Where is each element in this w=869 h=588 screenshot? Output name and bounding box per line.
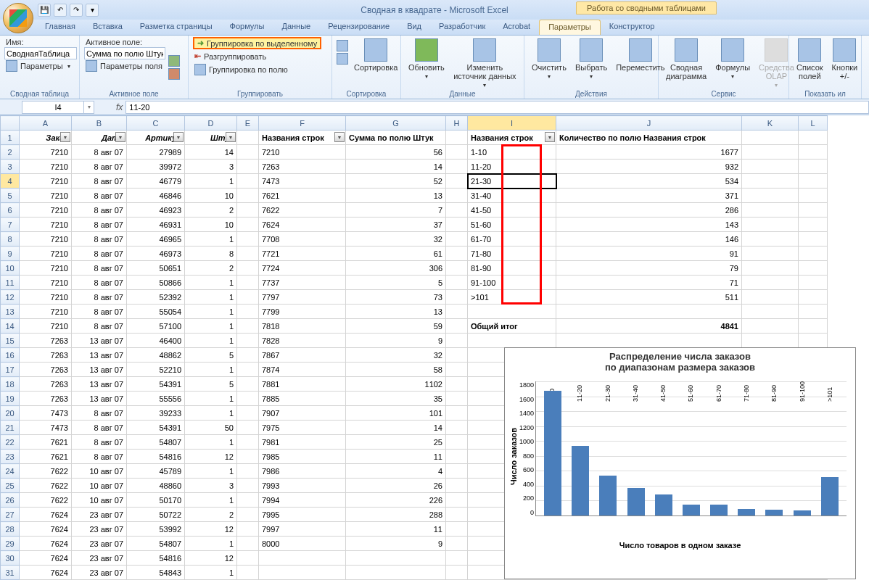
cell-C4[interactable]: 46779: [127, 174, 185, 189]
cell-F27[interactable]: 7995: [259, 508, 346, 522]
cell-C19[interactable]: 55556: [127, 392, 185, 406]
field-settings-button[interactable]: Параметры поля: [84, 59, 165, 73]
cell-A27[interactable]: 7624: [20, 508, 72, 522]
cell-A15[interactable]: 7263: [20, 334, 72, 348]
cell-F29[interactable]: 8000: [259, 537, 346, 551]
col-header-C[interactable]: C: [127, 116, 185, 131]
cell-F24[interactable]: 7986: [259, 464, 346, 479]
change-data-source-button[interactable]: Изменить источник данных▾: [450, 37, 519, 97]
cell-A4[interactable]: 7210: [20, 174, 72, 189]
cell-B28[interactable]: 23 авг 07: [72, 522, 127, 537]
cell-G27[interactable]: 288: [346, 508, 446, 522]
cell-G30[interactable]: [346, 551, 446, 566]
row-header-12[interactable]: 12: [1, 290, 20, 305]
cell-F7[interactable]: 7624: [259, 218, 346, 232]
cell-C25[interactable]: 48860: [127, 479, 185, 493]
col-header-L[interactable]: L: [799, 116, 828, 131]
cell-C11[interactable]: 50866: [127, 276, 185, 290]
tab-developer[interactable]: Разработчик: [430, 20, 494, 35]
cell-G11[interactable]: 5: [346, 276, 446, 290]
cell-B29[interactable]: 23 авг 07: [72, 537, 127, 551]
cell-C24[interactable]: 45789: [127, 464, 185, 479]
cell-C7[interactable]: 46931: [127, 218, 185, 232]
tab-review[interactable]: Рецензирование: [319, 20, 398, 35]
row-header-20[interactable]: 20: [1, 406, 20, 421]
cell-F28[interactable]: 7997: [259, 522, 346, 537]
pivot-options-button[interactable]: Параметры▾: [4, 59, 77, 73]
cell-B1[interactable]: Дата▼: [72, 131, 127, 145]
row-header-24[interactable]: 24: [1, 464, 20, 479]
cell-D4[interactable]: 1: [185, 174, 237, 189]
cell-G19[interactable]: 35: [346, 392, 446, 406]
row-header-15[interactable]: 15: [1, 334, 20, 348]
cell-C6[interactable]: 46923: [127, 203, 185, 218]
cell-C2[interactable]: 27989: [127, 145, 185, 160]
cell-G16[interactable]: 32: [346, 348, 446, 363]
row-header-25[interactable]: 25: [1, 479, 20, 493]
cell-A19[interactable]: 7263: [20, 392, 72, 406]
cell-F5[interactable]: 7621: [259, 189, 346, 203]
cell-D17[interactable]: 1: [185, 363, 237, 377]
cell-G31[interactable]: [346, 566, 446, 580]
col-header-A[interactable]: A: [20, 116, 72, 131]
cell-C30[interactable]: 54816: [127, 551, 185, 566]
cell-A7[interactable]: 7210: [20, 218, 72, 232]
save-icon[interactable]: 💾: [38, 4, 51, 17]
office-button[interactable]: [3, 3, 33, 33]
sort-desc-icon[interactable]: [337, 53, 348, 65]
col-header-I[interactable]: I: [468, 116, 556, 131]
cell-G17[interactable]: 58: [346, 363, 446, 377]
filter-dropdown-icon[interactable]: ▼: [115, 132, 125, 142]
row-header-13[interactable]: 13: [1, 305, 20, 319]
pivot2-total-label[interactable]: Общий итог: [468, 319, 556, 334]
cell-D29[interactable]: 1: [185, 537, 237, 551]
tab-home[interactable]: Главная: [36, 20, 84, 35]
cell-D12[interactable]: 1: [185, 290, 237, 305]
cell-B13[interactable]: 8 авг 07: [72, 305, 127, 319]
filter-dropdown-icon[interactable]: ▼: [173, 132, 184, 142]
group-field-button[interactable]: Группировка по полю: [193, 63, 321, 76]
cell-G5[interactable]: 13: [346, 189, 446, 203]
cell-F15[interactable]: 7828: [259, 334, 346, 348]
redo-icon[interactable]: ↷: [70, 4, 83, 17]
pivot2-val-label[interactable]: Количество по полю Названия строк: [556, 131, 742, 145]
cell-B14[interactable]: 8 авг 07: [72, 319, 127, 334]
tab-view[interactable]: Вид: [398, 20, 430, 35]
cell-F13[interactable]: 7799: [259, 305, 346, 319]
formula-bar[interactable]: 11-20: [125, 101, 869, 114]
pivot-chart-button[interactable]: Сводная диаграмма: [663, 37, 709, 97]
cell-A1[interactable]: Заказ▼: [20, 131, 72, 145]
col-header-E[interactable]: E: [237, 116, 259, 131]
plus-minus-buttons[interactable]: Кнопки +/-: [829, 37, 861, 97]
cell-A18[interactable]: 7263: [20, 377, 72, 392]
cell-A25[interactable]: 7622: [20, 479, 72, 493]
cell-G22[interactable]: 25: [346, 435, 446, 450]
name-box[interactable]: I4▾: [22, 101, 94, 114]
cell-B21[interactable]: 8 авг 07: [72, 421, 127, 435]
pivot2-total-value[interactable]: 4841: [556, 319, 742, 334]
cell-B4[interactable]: 8 авг 07: [72, 174, 127, 189]
col-header-F[interactable]: F: [259, 116, 346, 131]
tab-acrobat[interactable]: Acrobat: [494, 20, 539, 35]
cell-G15[interactable]: 9: [346, 334, 446, 348]
cell-F4[interactable]: 7473: [259, 174, 346, 189]
cell-G2[interactable]: 56: [346, 145, 446, 160]
cell-G20[interactable]: 101: [346, 406, 446, 421]
cell-I3[interactable]: 11-20: [468, 160, 556, 174]
cell-D10[interactable]: 2: [185, 261, 237, 276]
cell-D18[interactable]: 5: [185, 377, 237, 392]
cell-F23[interactable]: 7985: [259, 450, 346, 464]
cell-F26[interactable]: 7994: [259, 493, 346, 508]
cell-B24[interactable]: 10 авг 07: [72, 464, 127, 479]
cell-C9[interactable]: 46973: [127, 247, 185, 261]
row-header-23[interactable]: 23: [1, 450, 20, 464]
worksheet[interactable]: ABCDEFGHIJKL1Заказ▼Дата▼Артикул▼Штук▼Наз…: [0, 115, 869, 588]
cell-G28[interactable]: 11: [346, 522, 446, 537]
cell-J7[interactable]: 143: [556, 218, 742, 232]
pivot2-row-label[interactable]: Названия строк▼: [468, 131, 556, 145]
row-header-27[interactable]: 27: [1, 508, 20, 522]
cell-C20[interactable]: 39233: [127, 406, 185, 421]
row-header-10[interactable]: 10: [1, 261, 20, 276]
cell-B3[interactable]: 8 авг 07: [72, 160, 127, 174]
cell-A14[interactable]: 7210: [20, 319, 72, 334]
